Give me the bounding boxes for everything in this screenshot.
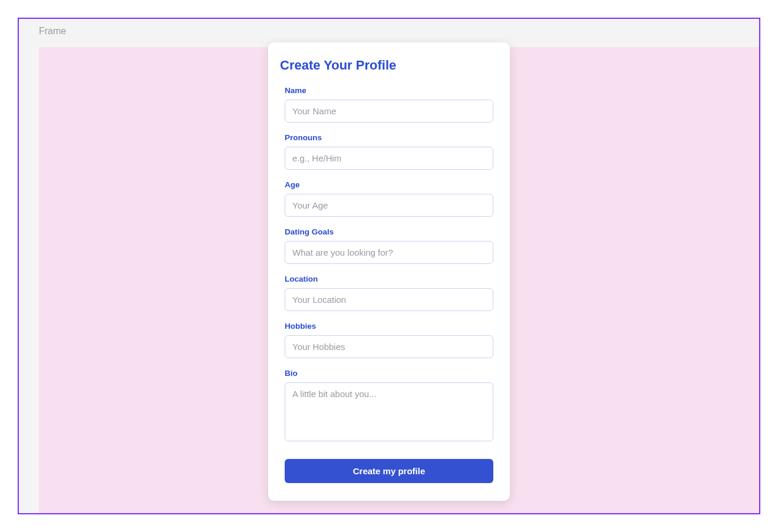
label-bio: Bio xyxy=(285,369,493,378)
create-profile-button[interactable]: Create my profile xyxy=(285,459,493,483)
label-age: Age xyxy=(285,180,493,189)
frame-label: Frame xyxy=(39,26,66,37)
profile-form-card: Create Your Profile Name Pronouns Age Da… xyxy=(268,42,510,501)
label-hobbies: Hobbies xyxy=(285,322,493,331)
field-dating-goals: Dating Goals xyxy=(279,227,499,264)
input-location[interactable] xyxy=(285,288,493,311)
form-title: Create Your Profile xyxy=(279,58,499,73)
field-hobbies: Hobbies xyxy=(279,322,499,358)
field-bio: Bio xyxy=(279,369,499,444)
field-age: Age xyxy=(279,180,499,217)
input-age[interactable] xyxy=(285,194,493,217)
input-pronouns[interactable] xyxy=(285,147,493,170)
label-dating-goals: Dating Goals xyxy=(285,227,493,236)
design-frame: Frame Create Your Profile Name Pronouns … xyxy=(18,18,760,514)
label-pronouns: Pronouns xyxy=(285,133,493,142)
input-name[interactable] xyxy=(285,100,493,123)
label-name: Name xyxy=(285,86,493,95)
label-location: Location xyxy=(285,275,493,283)
input-hobbies[interactable] xyxy=(285,335,493,358)
field-location: Location xyxy=(279,275,499,311)
field-name: Name xyxy=(279,86,499,123)
input-dating-goals[interactable] xyxy=(285,241,493,264)
textarea-bio[interactable] xyxy=(285,382,493,441)
field-pronouns: Pronouns xyxy=(279,133,499,170)
